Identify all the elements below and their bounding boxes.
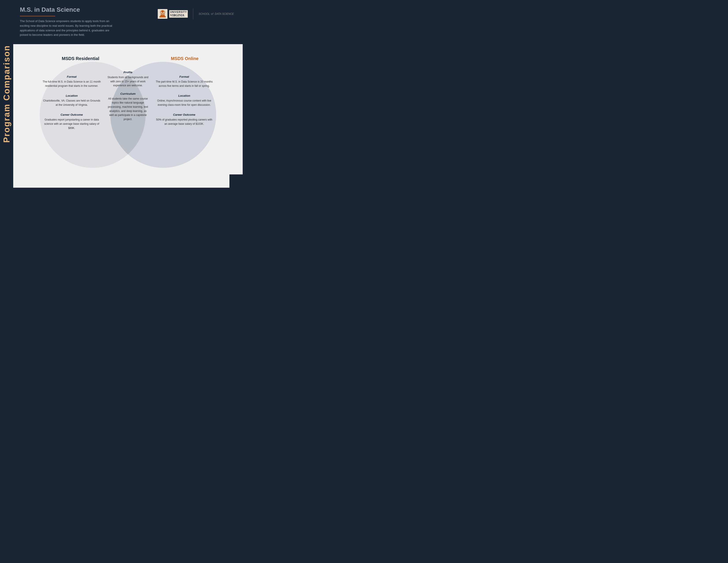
content-right: Format The part-time M.S. in Data Scienc… <box>154 75 214 132</box>
right-career-text: 50% of graduates reported pivoting caree… <box>154 118 214 126</box>
label-residential: MSDS Residential <box>62 56 99 61</box>
left-format-text: The full-time M.S. in Data Science is an… <box>42 80 101 88</box>
sds-school: SCHOOL <box>199 12 210 15</box>
header-left: M.S. in Data Science The School of Data … <box>20 6 113 37</box>
side-banner-text: Program Comparison <box>2 45 11 143</box>
sds-datasci: DATA SCIENCE <box>215 12 234 15</box>
venn-container: MSDS Residential MSDS Online Format The … <box>13 44 243 188</box>
left-format-block: Format The full-time M.S. in Data Scienc… <box>42 75 101 88</box>
right-location-block: Location Online; Asynchronous course con… <box>154 94 214 107</box>
left-location-text: Charlottesville, VA; Classes are held on… <box>42 99 101 107</box>
logo-divider <box>193 8 193 19</box>
center-curriculum-text: All students take the same course topics… <box>107 97 149 121</box>
svg-rect-5 <box>163 13 163 16</box>
left-career-text: Graduates report jumpstarting a career i… <box>42 118 101 130</box>
rotunda-icon <box>158 9 167 19</box>
header-description: The School of Data Science empowers stud… <box>20 19 113 37</box>
venn-diagram: MSDS Residential MSDS Online Format The … <box>29 53 227 177</box>
sds-text: SCHOOL of DATA SCIENCE <box>199 12 234 15</box>
page-title: M.S. in Data Science <box>20 6 113 13</box>
bottom-right-corner <box>229 174 243 188</box>
main-content: M.S. in Data Science The School of Data … <box>13 0 243 188</box>
left-format-title: Format <box>42 75 101 78</box>
header: M.S. in Data Science The School of Data … <box>13 0 243 44</box>
svg-rect-1 <box>159 16 166 17</box>
right-career-title: Career Outcome <box>154 113 214 116</box>
left-location-block: Location Charlottesville, VA; Classes ar… <box>42 94 101 107</box>
virginia-label: VIRGINIA <box>169 14 188 18</box>
svg-rect-4 <box>162 13 162 16</box>
center-profile-text: Students from all backgrounds and with z… <box>107 75 149 88</box>
header-underline <box>20 16 55 16</box>
content-center: Profile Students from all backgrounds an… <box>107 71 149 126</box>
left-career-block: Career Outcome Graduates report jumpstar… <box>42 113 101 130</box>
center-profile-title: Profile <box>107 71 149 74</box>
right-format-block: Format The part-time M.S. in Data Scienc… <box>154 75 214 88</box>
sds-of: of <box>211 12 214 15</box>
right-location-text: Online; Asynchronous course content with… <box>154 99 214 107</box>
left-career-title: Career Outcome <box>42 113 101 116</box>
logo-area: UNIVERSITY VIRGINIA SCHOOL of DATA SCIEN… <box>158 6 234 19</box>
uva-logo: UNIVERSITY VIRGINIA <box>158 9 188 19</box>
right-location-title: Location <box>154 94 214 97</box>
left-location-title: Location <box>42 94 101 97</box>
university-label: UNIVERSITY <box>169 10 188 14</box>
center-curriculum-title: Curriculum <box>107 92 149 95</box>
center-curriculum-block: Curriculum All students take the same co… <box>107 92 149 121</box>
uva-text: UNIVERSITY VIRGINIA <box>169 10 188 18</box>
right-format-title: Format <box>154 75 214 78</box>
center-profile-block: Profile Students from all backgrounds an… <box>107 71 149 88</box>
right-format-text: The part-time M.S. in Data Science is 20… <box>154 80 214 88</box>
right-career-block: Career Outcome 50% of graduates reported… <box>154 113 214 126</box>
svg-rect-9 <box>162 10 163 11</box>
content-left: Format The full-time M.S. in Data Scienc… <box>42 75 101 136</box>
side-banner: Program Comparison <box>0 0 13 188</box>
label-online: MSDS Online <box>171 56 199 61</box>
